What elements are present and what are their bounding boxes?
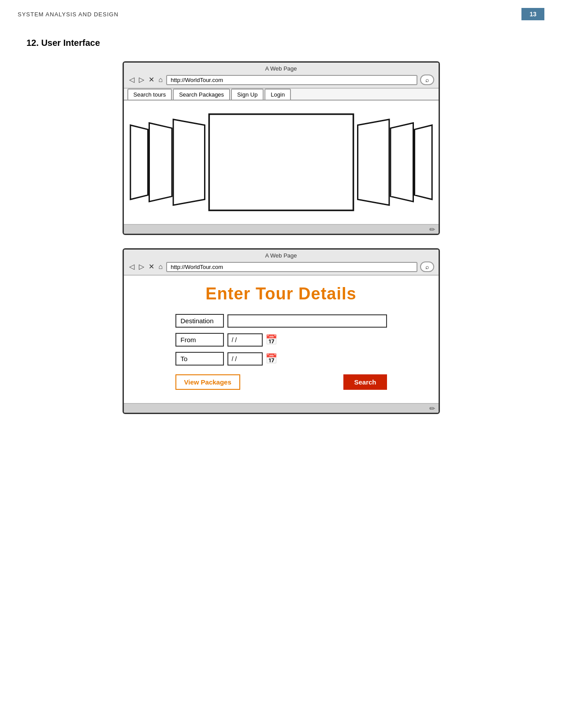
from-calendar-icon[interactable]: 📅 — [265, 334, 277, 346]
browser-statusbar-1: ✏ — [124, 224, 439, 234]
browser-title-2: A Web Page — [128, 252, 434, 260]
tab-search-tours[interactable]: Search tours — [127, 89, 172, 100]
statusbar-icon-1: ✏ — [429, 225, 435, 234]
form-rows: Destination From 📅 To 📅 — [175, 314, 387, 366]
view-packages-button[interactable]: View Packages — [175, 374, 240, 390]
page-number: 13 — [521, 8, 544, 20]
from-date-input[interactable] — [227, 333, 263, 347]
home-button-1[interactable]: ⌂ — [158, 76, 164, 83]
carousel-svg — [124, 101, 439, 224]
forward-button-1[interactable]: ▷ — [138, 76, 145, 83]
svg-marker-4 — [357, 119, 389, 205]
form-title: Enter Tour Details — [137, 284, 425, 303]
browser-nav-row-1: ◁ ▷ ✕ ⌂ ⌕ — [128, 75, 434, 85]
browser-toolbar-2: A Web Page ◁ ▷ ✕ ⌂ ⌕ — [124, 250, 439, 276]
address-bar-2[interactable] — [166, 262, 417, 272]
from-date-group: 📅 — [227, 333, 387, 347]
browsers-container: A Web Page ◁ ▷ ✕ ⌂ ⌕ Search tours Search… — [0, 57, 562, 432]
browser-statusbar-2: ✏ — [124, 403, 439, 413]
search-icon-1: ⌕ — [425, 76, 429, 83]
svg-rect-3 — [209, 114, 353, 210]
svg-marker-2 — [173, 119, 205, 205]
tab-signup[interactable]: Sign Up — [231, 89, 264, 100]
from-row: From 📅 — [175, 333, 387, 347]
to-calendar-icon[interactable]: 📅 — [265, 353, 277, 365]
search-button-2[interactable]: ⌕ — [420, 261, 434, 272]
carousel-area — [124, 101, 439, 224]
forward-button-2[interactable]: ▷ — [138, 263, 145, 270]
home-button-2[interactable]: ⌂ — [158, 263, 164, 270]
tab-search-packages[interactable]: Search Packages — [173, 89, 230, 100]
browser-toolbar-1: A Web Page ◁ ▷ ✕ ⌂ ⌕ — [124, 63, 439, 89]
to-row: To 📅 — [175, 352, 387, 366]
destination-label: Destination — [175, 314, 224, 328]
from-label: From — [175, 333, 224, 347]
document-title: SYSTEM ANALYSIS AND DESIGN — [18, 11, 119, 18]
close-button-1[interactable]: ✕ — [148, 76, 155, 83]
section-title: 12. User Interface — [0, 25, 562, 57]
close-button-2[interactable]: ✕ — [148, 263, 155, 270]
browser-mockup-2: A Web Page ◁ ▷ ✕ ⌂ ⌕ Enter Tour Details … — [123, 248, 440, 414]
search-tours-button[interactable]: Search — [343, 374, 387, 390]
search-button-1[interactable]: ⌕ — [420, 75, 434, 85]
svg-marker-5 — [390, 123, 413, 202]
search-icon-2: ⌕ — [425, 263, 429, 270]
back-button-2[interactable]: ◁ — [128, 263, 135, 270]
svg-marker-1 — [149, 123, 172, 202]
to-label: To — [175, 352, 224, 366]
destination-input[interactable] — [227, 314, 387, 328]
to-date-input[interactable] — [227, 352, 263, 366]
form-buttons: View Packages Search — [175, 374, 387, 390]
page-header: SYSTEM ANALYSIS AND DESIGN 13 — [0, 0, 562, 25]
address-bar-1[interactable] — [166, 75, 417, 85]
svg-marker-6 — [414, 125, 432, 200]
browser-nav-row-2: ◁ ▷ ✕ ⌂ ⌕ — [128, 261, 434, 272]
browser-title-1: A Web Page — [128, 65, 434, 73]
tab-login[interactable]: Login — [264, 89, 291, 100]
statusbar-icon-2: ✏ — [429, 404, 435, 413]
destination-row: Destination — [175, 314, 387, 328]
browser-mockup-1: A Web Page ◁ ▷ ✕ ⌂ ⌕ Search tours Search… — [123, 61, 440, 235]
browser-nav-tabs: Search tours Search Packages Sign Up Log… — [124, 89, 439, 101]
back-button-1[interactable]: ◁ — [128, 76, 135, 83]
to-date-group: 📅 — [227, 352, 387, 366]
svg-marker-0 — [130, 125, 148, 200]
tour-details-form-content: Enter Tour Details Destination From 📅 — [124, 276, 439, 403]
